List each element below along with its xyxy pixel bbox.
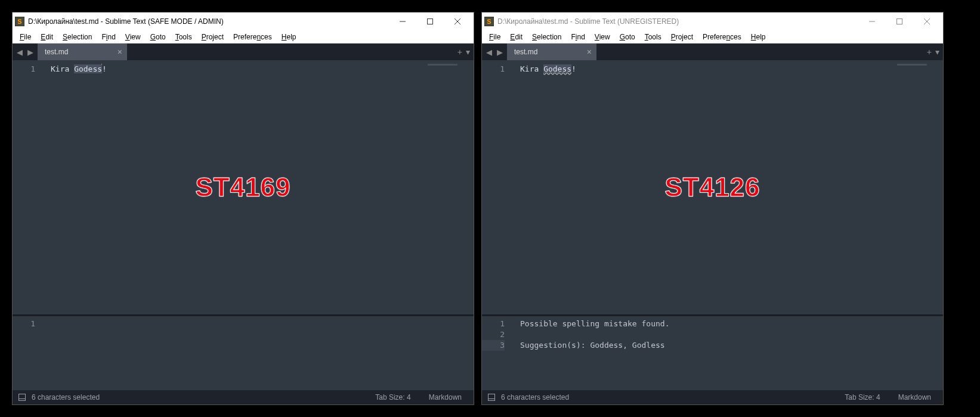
tab-test-md[interactable]: test.md × <box>38 44 127 60</box>
menu-file[interactable]: File <box>15 32 36 42</box>
editor-main[interactable]: 1 Kira Godess! ST4169 <box>13 60 474 314</box>
code-content[interactable]: Kira Godess! <box>45 60 426 314</box>
app-icon <box>484 17 494 26</box>
code-line-1[interactable]: Kira Godess! <box>51 64 426 75</box>
output-line <box>51 319 474 329</box>
nav-back-icon[interactable]: ◀ <box>15 48 24 57</box>
tabbar: ◀ ▶ test.md × + ▾ <box>13 44 474 60</box>
nav-back-icon[interactable]: ◀ <box>484 48 494 57</box>
output-line: Suggestion(s): Goddess, Godless <box>520 340 943 351</box>
window-controls <box>389 13 471 30</box>
output-line-number: 3 <box>482 340 505 351</box>
selection: Godess <box>74 64 102 73</box>
titlebar[interactable]: D:\Киролайна\test.md - Sublime Text (UNR… <box>482 13 943 30</box>
editor-area: 1 Kira Godess! ST4126 1 2 3 Possible spe… <box>482 60 943 390</box>
output-line: Possible spelling mistake found. <box>520 319 943 329</box>
sublime-window-left: D:\Киролайна\test.md - Sublime Text (SAF… <box>12 12 474 405</box>
minimap-indicator <box>428 64 457 66</box>
status-syntax[interactable]: Markdown <box>423 393 468 401</box>
editor-area: 1 Kira Godess! ST4169 1 <box>13 60 474 390</box>
menu-project[interactable]: Project <box>197 32 228 42</box>
output-line-number: 1 <box>13 319 35 329</box>
menu-selection[interactable]: Selection <box>527 32 566 42</box>
status-syntax[interactable]: Markdown <box>892 393 937 401</box>
line-number: 1 <box>13 64 35 75</box>
menu-find[interactable]: Find <box>566 32 589 42</box>
output-panel[interactable]: 1 <box>13 316 474 390</box>
nav-forward-icon[interactable]: ▶ <box>495 48 505 57</box>
window-controls <box>858 13 941 30</box>
menu-preferences[interactable]: Preferences <box>698 32 746 42</box>
output-content[interactable]: Possible spelling mistake found. Suggest… <box>514 316 943 390</box>
menu-project[interactable]: Project <box>666 32 698 42</box>
window-title: D:\Киролайна\test.md - Sublime Text (SAF… <box>28 17 389 26</box>
menubar: File Edit Selection Find View Goto Tools… <box>482 30 943 44</box>
menu-edit[interactable]: Edit <box>36 32 58 42</box>
code-line-1[interactable]: Kira Godess! <box>520 64 895 75</box>
menu-preferences[interactable]: Preferences <box>228 32 277 42</box>
gutter: 1 <box>482 60 514 314</box>
tab-label: test.md <box>45 48 68 56</box>
menubar: File Edit Selection Find View Goto Tools… <box>13 30 474 44</box>
status-tabsize[interactable]: Tab Size: 4 <box>839 393 886 401</box>
output-panel[interactable]: 1 2 3 Possible spelling mistake found. S… <box>482 316 943 390</box>
nav-forward-icon[interactable]: ▶ <box>26 48 35 57</box>
menu-edit[interactable]: Edit <box>505 32 527 42</box>
tab-test-md[interactable]: test.md × <box>507 44 596 60</box>
tab-dropdown-icon[interactable]: ▾ <box>935 47 939 57</box>
code-content[interactable]: Kira Godess! <box>514 60 895 314</box>
menu-goto[interactable]: Goto <box>615 32 640 42</box>
status-selection: 6 characters selected <box>32 393 100 401</box>
maximize-button[interactable] <box>886 13 913 30</box>
minimap[interactable] <box>426 60 474 314</box>
titlebar[interactable]: D:\Киролайна\test.md - Sublime Text (SAF… <box>13 13 474 30</box>
new-tab-icon[interactable]: + <box>927 47 932 57</box>
minimap-indicator <box>897 64 927 66</box>
sublime-window-right: D:\Киролайна\test.md - Sublime Text (UNR… <box>481 12 944 405</box>
menu-tools[interactable]: Tools <box>640 32 666 42</box>
new-tab-icon[interactable]: + <box>457 47 462 57</box>
app-icon <box>15 17 24 26</box>
minimize-button[interactable] <box>389 13 416 30</box>
output-line <box>520 329 943 340</box>
statusbar: 6 characters selected Tab Size: 4 Markdo… <box>482 390 943 404</box>
output-gutter: 1 <box>13 316 45 390</box>
maximize-button[interactable] <box>416 13 444 30</box>
menu-view[interactable]: View <box>590 32 615 42</box>
minimap[interactable] <box>895 60 943 314</box>
status-selection: 6 characters selected <box>501 393 569 401</box>
selection-squiggly: Godess <box>543 64 571 73</box>
output-line-number: 2 <box>482 329 505 340</box>
close-button[interactable] <box>913 13 941 30</box>
output-gutter: 1 2 3 <box>482 316 514 390</box>
menu-help[interactable]: Help <box>746 32 771 42</box>
svg-rect-1 <box>428 19 433 24</box>
tab-label: test.md <box>514 48 537 56</box>
minimize-button[interactable] <box>858 13 886 30</box>
menu-file[interactable]: File <box>484 32 505 42</box>
statusbar: 6 characters selected Tab Size: 4 Markdo… <box>13 390 474 404</box>
panel-toggle-icon[interactable] <box>488 394 495 401</box>
svg-rect-5 <box>897 19 902 24</box>
panel-toggle-icon[interactable] <box>18 394 26 401</box>
menu-find[interactable]: Find <box>97 32 120 42</box>
menu-goto[interactable]: Goto <box>146 32 171 42</box>
tabbar: ◀ ▶ test.md × + ▾ <box>482 44 943 60</box>
menu-selection[interactable]: Selection <box>58 32 97 42</box>
window-title: D:\Киролайна\test.md - Sublime Text (UNR… <box>497 17 858 26</box>
line-number: 1 <box>482 64 505 75</box>
editor-main[interactable]: 1 Kira Godess! ST4126 <box>482 60 943 314</box>
close-button[interactable] <box>444 13 471 30</box>
output-line-number: 1 <box>482 319 505 329</box>
tab-close-icon[interactable]: × <box>587 47 592 57</box>
output-content[interactable] <box>45 316 474 390</box>
tab-dropdown-icon[interactable]: ▾ <box>466 47 470 57</box>
menu-view[interactable]: View <box>120 32 146 42</box>
menu-help[interactable]: Help <box>277 32 301 42</box>
status-tabsize[interactable]: Tab Size: 4 <box>369 393 416 401</box>
tab-close-icon[interactable]: × <box>118 47 122 57</box>
menu-tools[interactable]: Tools <box>171 32 197 42</box>
gutter: 1 <box>13 60 45 314</box>
